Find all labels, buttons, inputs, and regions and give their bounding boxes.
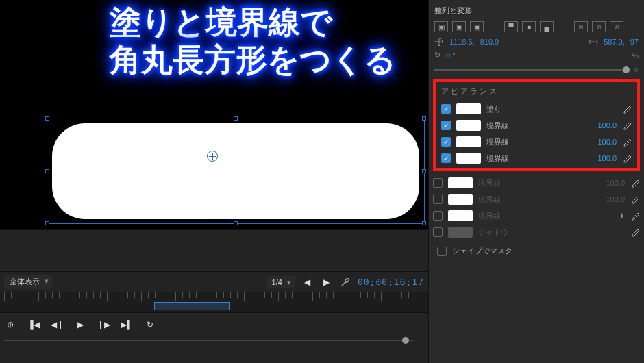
color-swatch[interactable] <box>448 210 473 221</box>
zoom-slider-knob[interactable] <box>402 337 409 344</box>
appearance-checkbox[interactable] <box>433 227 443 237</box>
remove-stroke-button[interactable]: − <box>610 210 615 221</box>
zoom-slider-track[interactable] <box>4 340 414 341</box>
add-stroke-button[interactable]: + <box>619 210 625 221</box>
appearance-label: 境界線 <box>486 137 584 147</box>
appearance-row: ✓塗り <box>437 101 636 117</box>
appearance-label: 塗り <box>486 104 617 114</box>
color-swatch[interactable] <box>448 177 473 188</box>
eyedropper-icon[interactable] <box>622 121 632 130</box>
color-swatch[interactable] <box>456 153 481 164</box>
appearance-checkbox[interactable] <box>433 211 443 221</box>
eyedropper-icon[interactable] <box>622 104 632 114</box>
rounded-rectangle-shape[interactable] <box>52 123 419 219</box>
transport-controls: ⊕ ▐◀ ◀❙ ▶ ❙▶ ▶▌ ↻ <box>0 313 428 336</box>
appearance-row: 境界線100.0 <box>429 191 644 208</box>
goto-out-button[interactable]: ▶▌ <box>121 318 133 331</box>
opacity-slider[interactable]: ○ <box>429 64 644 75</box>
appearance-row: ✓境界線100.0 <box>437 150 636 166</box>
appearance-label: 境界線 <box>486 121 584 131</box>
canvas-viewport[interactable]: 塗りと境界線で 角丸長方形をつくる <box>0 0 428 229</box>
eyedropper-icon[interactable] <box>622 137 632 147</box>
appearance-label: 境界線 <box>478 211 604 221</box>
timecode-display[interactable]: 00;00;16;17 <box>358 277 424 287</box>
stroke-width-field[interactable]: 100.0 <box>597 195 625 203</box>
eyedropper-icon[interactable] <box>630 195 640 204</box>
align-top-button[interactable]: ▀ <box>504 21 518 32</box>
eyedropper-icon[interactable] <box>622 153 632 163</box>
wrench-icon[interactable] <box>340 277 351 288</box>
stroke-width-field[interactable]: 100.0 <box>597 179 625 187</box>
distribute-v-button[interactable]: ⎚ <box>592 21 606 32</box>
position-y-field[interactable]: 810.9 <box>480 38 499 46</box>
scale-x-field[interactable]: 587.0, <box>604 38 625 46</box>
goto-in-button[interactable]: ▐◀ <box>27 318 40 331</box>
position-x-field[interactable]: 1118.6, <box>449 38 475 46</box>
step-right-icon[interactable]: ▶ <box>321 276 333 288</box>
view-mode-dropdown[interactable]: 全体表示 <box>4 275 52 289</box>
align-right-button[interactable]: ▣ <box>470 21 484 32</box>
appearance-label: 境界線 <box>478 195 592 205</box>
opacity-pct-label: % <box>632 51 639 60</box>
appearance-row: 境界線−+ <box>429 208 644 224</box>
eyedropper-icon[interactable] <box>630 178 640 188</box>
color-swatch[interactable] <box>448 194 473 205</box>
step-back-button[interactable]: ◀❙ <box>51 318 63 331</box>
add-marker-button[interactable]: ⊕ <box>4 318 16 331</box>
play-button[interactable]: ▶ <box>74 318 86 331</box>
appearance-label: 境界線 <box>486 153 584 164</box>
appearance-checkbox[interactable]: ✓ <box>441 104 451 114</box>
shape-mask-checkbox[interactable] <box>437 247 447 256</box>
appearance-row: ✓境界線100.0 <box>437 117 636 134</box>
loop-button[interactable]: ↻ <box>144 318 156 331</box>
appearance-row: シャドウ <box>429 224 644 240</box>
align-center-h-button[interactable]: ▣ <box>452 21 466 32</box>
align-transform-title: 整列と変形 <box>434 3 639 18</box>
align-middle-button[interactable]: ■ <box>522 21 536 32</box>
properties-panel: 整列と変形 ▣ ▣ ▣ ▀ ■ ▄ ⎚ ⎚ ⎚ 1118.6, 810.9 58… <box>428 0 644 363</box>
tutorial-overlay-text: 塗りと境界線で 角丸長方形をつくる <box>110 3 396 79</box>
appearance-row: ✓境界線100.0 <box>437 134 636 150</box>
timeline-panel: 全体表示 1/4 ◀ ▶ 00;00;16;17 ⊕ ▐◀ ◀❙ ▶ ❙▶ ▶▌… <box>0 229 428 363</box>
color-swatch[interactable] <box>456 103 481 114</box>
step-left-icon[interactable]: ◀ <box>301 276 314 288</box>
anchor-point-icon[interactable] <box>207 151 218 162</box>
appearance-title: アピアランス <box>437 85 636 101</box>
appearance-label: シャドウ <box>478 227 625 238</box>
align-left-button[interactable]: ▣ <box>434 21 448 32</box>
work-area-bar[interactable] <box>154 302 230 310</box>
distribute-h-button[interactable]: ⎚ <box>574 21 588 32</box>
color-swatch[interactable] <box>456 136 481 147</box>
color-swatch[interactable] <box>456 120 481 131</box>
rotation-field[interactable]: 0 ° <box>446 51 456 60</box>
appearance-label: 境界線 <box>478 178 592 188</box>
position-icon <box>434 37 444 47</box>
stroke-width-field[interactable]: 100.0 <box>589 121 617 129</box>
appearance-row: 境界線100.0 <box>429 175 644 191</box>
step-forward-button[interactable]: ❙▶ <box>97 318 110 331</box>
appearance-checkbox[interactable]: ✓ <box>441 153 451 163</box>
scale-y-field[interactable]: 97 <box>630 38 639 46</box>
resolution-dropdown[interactable]: 1/4 <box>267 276 295 288</box>
timeline-ruler[interactable] <box>0 292 428 313</box>
appearance-checkbox[interactable] <box>433 195 443 204</box>
appearance-highlight-box: アピアランス ✓塗り✓境界線100.0✓境界線100.0✓境界線100.0 <box>433 79 640 171</box>
appearance-checkbox[interactable]: ✓ <box>441 137 451 147</box>
align-buttons-row: ▣ ▣ ▣ ▀ ■ ▄ ⎚ ⎚ ⎚ <box>434 18 639 35</box>
stroke-width-field[interactable]: 100.0 <box>589 154 617 162</box>
eyedropper-icon[interactable] <box>630 211 640 221</box>
appearance-checkbox[interactable]: ✓ <box>441 121 451 130</box>
eyedropper-icon[interactable] <box>630 227 640 237</box>
distribute-3-button[interactable]: ⎚ <box>610 21 623 32</box>
shape-mask-label: シェイプでマスク <box>452 246 512 256</box>
scale-link-icon[interactable] <box>589 37 598 47</box>
align-bottom-button[interactable]: ▄ <box>540 21 554 32</box>
color-swatch[interactable] <box>448 227 473 238</box>
appearance-checkbox[interactable] <box>433 178 443 188</box>
rotation-icon: ↻ <box>434 51 441 60</box>
stroke-width-field[interactable]: 100.0 <box>589 138 617 146</box>
